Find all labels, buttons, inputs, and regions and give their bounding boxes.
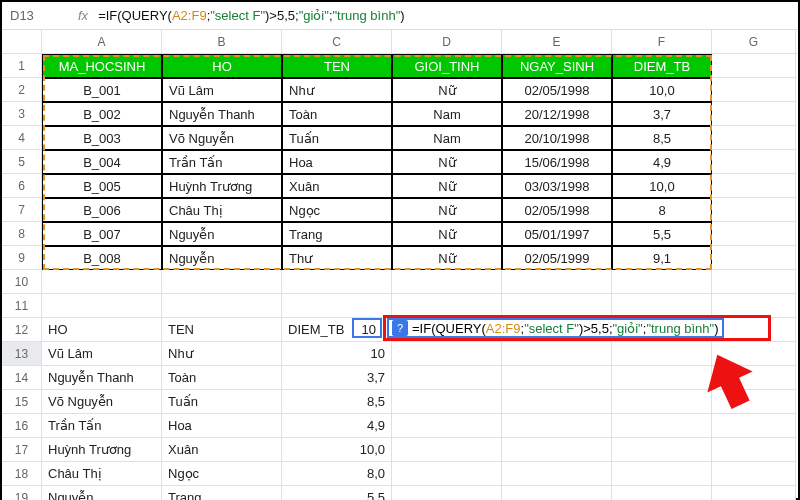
cell[interactable]: Nguyễn	[42, 486, 162, 500]
formula-input[interactable]: =IF(QUERY(A2:F9;"select F")>5,5;"giỏi";"…	[98, 8, 405, 23]
cell[interactable]	[392, 366, 502, 390]
cell[interactable]: Nữ	[392, 246, 502, 270]
col-header-G[interactable]: G	[712, 30, 796, 53]
cell[interactable]	[712, 390, 796, 414]
cell[interactable]	[502, 486, 612, 500]
row-header-8[interactable]: 8	[2, 222, 42, 246]
cell[interactable]	[612, 342, 712, 366]
cell[interactable]	[502, 366, 612, 390]
cell[interactable]: 05/01/1997	[502, 222, 612, 246]
cell[interactable]	[392, 294, 502, 318]
header-cell[interactable]: TEN	[282, 54, 392, 78]
cell[interactable]: Vũ Lâm	[162, 78, 282, 102]
row-header-3[interactable]: 3	[2, 102, 42, 126]
cell[interactable]: HO	[42, 318, 162, 342]
cell[interactable]: Hoa	[282, 150, 392, 174]
cell[interactable]: 3,7	[282, 366, 392, 390]
col-header-B[interactable]: B	[162, 30, 282, 53]
cell[interactable]: Nam	[392, 126, 502, 150]
cell[interactable]: 3,7	[612, 102, 712, 126]
cell[interactable]	[612, 438, 712, 462]
row-header-1[interactable]: 1	[2, 54, 42, 78]
cell[interactable]	[502, 414, 612, 438]
cell[interactable]: Toàn	[282, 102, 392, 126]
cell[interactable]	[612, 270, 712, 294]
cell[interactable]: Nam	[392, 102, 502, 126]
cell[interactable]: Như	[162, 342, 282, 366]
col-header-F[interactable]: F	[612, 30, 712, 53]
cell[interactable]	[712, 486, 796, 500]
header-cell[interactable]: HO	[162, 54, 282, 78]
cell[interactable]: Trần Tấn	[162, 150, 282, 174]
cell[interactable]: Châu Thị	[42, 462, 162, 486]
formula-help-icon[interactable]: ?	[392, 320, 408, 336]
cell[interactable]: Xuân	[162, 438, 282, 462]
cell[interactable]: Nữ	[392, 198, 502, 222]
row-header-4[interactable]: 4	[2, 126, 42, 150]
cell[interactable]	[712, 54, 796, 78]
cell[interactable]: 03/03/1998	[502, 174, 612, 198]
cell[interactable]: Nguyễn	[162, 246, 282, 270]
cell[interactable]	[712, 342, 796, 366]
cell[interactable]	[502, 270, 612, 294]
cell[interactable]: Tuấn	[162, 390, 282, 414]
cell[interactable]	[712, 414, 796, 438]
header-cell[interactable]: DIEM_TB	[612, 54, 712, 78]
row-header-9[interactable]: 9	[2, 246, 42, 270]
cell[interactable]	[282, 270, 392, 294]
row-header-7[interactable]: 7	[2, 198, 42, 222]
cell[interactable]: Võ Nguyễn	[162, 126, 282, 150]
col-header-C[interactable]: C	[282, 30, 392, 53]
cell[interactable]: 5,5	[612, 222, 712, 246]
cell[interactable]: Võ Nguyễn	[42, 390, 162, 414]
row-header-18[interactable]: 18	[2, 462, 42, 486]
cell[interactable]: 8,0	[282, 462, 392, 486]
cell[interactable]: B_001	[42, 78, 162, 102]
cell[interactable]	[612, 462, 712, 486]
cell[interactable]	[162, 270, 282, 294]
row-header-11[interactable]: 11	[2, 294, 42, 318]
cell[interactable]	[612, 414, 712, 438]
header-cell[interactable]: GIOI_TINH	[392, 54, 502, 78]
cell[interactable]: Ngọc	[282, 198, 392, 222]
cell[interactable]: TEN	[162, 318, 282, 342]
row-header-13[interactable]: 13	[2, 342, 42, 366]
cell[interactable]: 8,5	[282, 390, 392, 414]
col-header-A[interactable]: A	[42, 30, 162, 53]
cell[interactable]: Nữ	[392, 78, 502, 102]
cell[interactable]: Nữ	[392, 222, 502, 246]
cell[interactable]: Nữ	[392, 150, 502, 174]
cell[interactable]: Nguyễn	[162, 222, 282, 246]
row-header-14[interactable]: 14	[2, 366, 42, 390]
cell[interactable]	[712, 222, 796, 246]
cell[interactable]	[612, 366, 712, 390]
cell[interactable]: B_003	[42, 126, 162, 150]
cell[interactable]: Toàn	[162, 366, 282, 390]
cell[interactable]	[712, 318, 796, 342]
cell[interactable]: 20/12/1998	[502, 102, 612, 126]
cell[interactable]: 15/06/1998	[502, 150, 612, 174]
cell[interactable]: B_006	[42, 198, 162, 222]
cell-formula-editor[interactable]: ? =IF(QUERY(A2:F9;"select F")>5,5;"giỏi"…	[387, 318, 724, 338]
row-header-10[interactable]: 10	[2, 270, 42, 294]
cell[interactable]: Ngọc	[162, 462, 282, 486]
cell[interactable]: Trang	[282, 222, 392, 246]
cell[interactable]: Như	[282, 78, 392, 102]
cell[interactable]: Hoa	[162, 414, 282, 438]
cell[interactable]	[502, 294, 612, 318]
cell[interactable]: 02/05/1999	[502, 246, 612, 270]
col-header-E[interactable]: E	[502, 30, 612, 53]
cell[interactable]: 02/05/1998	[502, 198, 612, 222]
cell[interactable]: 4,9	[612, 150, 712, 174]
cell[interactable]: B_008	[42, 246, 162, 270]
cell[interactable]	[712, 438, 796, 462]
row-header-15[interactable]: 15	[2, 390, 42, 414]
cell[interactable]	[42, 270, 162, 294]
cell[interactable]	[502, 342, 612, 366]
cell[interactable]	[712, 102, 796, 126]
spreadsheet-grid[interactable]: A B C D E F G 1 MA_HOCSINH HO TEN GIOI_T…	[2, 30, 798, 500]
col-header-D[interactable]: D	[392, 30, 502, 53]
cell[interactable]	[502, 462, 612, 486]
cell[interactable]	[392, 342, 502, 366]
cell[interactable]: B_005	[42, 174, 162, 198]
